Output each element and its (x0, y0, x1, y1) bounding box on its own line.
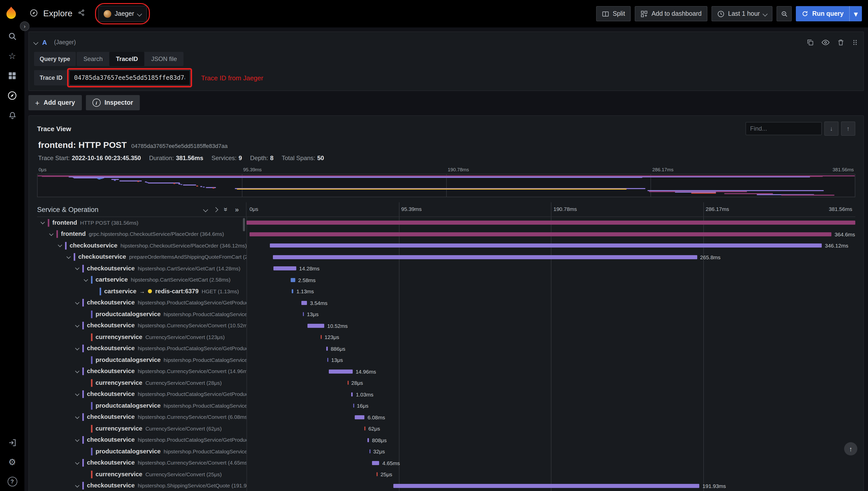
time-zoom-out-button[interactable] (777, 6, 792, 21)
drag-handle-icon[interactable] (852, 39, 858, 46)
query-type-traceid[interactable]: TraceID (109, 52, 145, 66)
inspector-button[interactable]: i Inspector (86, 95, 140, 110)
trace-minimap[interactable] (37, 174, 855, 197)
span-row[interactable]: currencyserviceCurrencyService/Convert (… (37, 331, 855, 343)
span-row[interactable]: cartservice→redis-cart:6379HGET (1.13ms)… (37, 286, 855, 297)
span-row[interactable]: checkoutservicehipstershop.ShippingServi… (37, 480, 855, 491)
span-bar[interactable] (292, 289, 293, 293)
span-toggle-icon[interactable] (76, 462, 82, 464)
search-icon[interactable] (7, 30, 18, 42)
span-bar[interactable] (326, 346, 328, 350)
run-query-dropdown[interactable]: ▾ (849, 6, 862, 21)
time-range-picker[interactable]: Last 1 hour (711, 6, 773, 21)
span-toggle-icon[interactable] (76, 371, 82, 373)
span-toggle-icon[interactable] (76, 485, 82, 487)
sidebar-expand-button[interactable]: › (20, 21, 29, 31)
span-row[interactable]: checkoutservicehipstershop.ProductCatalo… (37, 297, 855, 309)
span-row[interactable]: checkoutservicehipstershop.CheckoutServi… (37, 240, 855, 251)
settings-gear-icon[interactable]: ⚙ (7, 457, 18, 468)
span-bar[interactable] (368, 438, 369, 442)
span-row[interactable]: productcatalogservicehipstershop.Product… (37, 309, 855, 320)
span-bar[interactable] (369, 449, 370, 453)
span-bar[interactable] (353, 404, 354, 408)
span-bar[interactable] (291, 278, 295, 282)
span-row[interactable]: checkoutservicehipstershop.ProductCatalo… (37, 343, 855, 354)
span-row[interactable]: currencyserviceCurrencyService/Convert (… (37, 377, 855, 388)
span-bar[interactable] (365, 427, 366, 431)
alerting-bell-icon[interactable] (7, 110, 18, 121)
span-toggle-icon[interactable] (76, 268, 82, 270)
span-row[interactable]: checkoutserviceprepareOrderItemsAndShipp… (37, 251, 855, 263)
datasource-picker[interactable]: Jaeger (98, 6, 147, 22)
span-toggle-icon[interactable] (67, 256, 74, 258)
span-bar[interactable] (348, 381, 349, 385)
hide-response-eye-icon[interactable] (821, 38, 830, 47)
span-bar[interactable] (273, 255, 697, 259)
span-toggle-icon[interactable] (76, 302, 82, 304)
span-row[interactable]: productcatalogservicehipstershop.Product… (37, 446, 855, 457)
span-row[interactable]: frontendgrpc.hipstershop.CheckoutService… (37, 229, 855, 240)
span-bar[interactable] (301, 301, 307, 305)
span-bar[interactable] (273, 266, 296, 270)
copy-query-icon[interactable] (807, 38, 814, 46)
span-bar[interactable] (329, 369, 353, 373)
span-row[interactable]: checkoutservicehipstershop.CartService/G… (37, 263, 855, 274)
span-bar[interactable] (307, 323, 324, 327)
span-bar[interactable] (246, 221, 855, 225)
span-bar[interactable] (249, 232, 832, 236)
span-bar[interactable] (321, 335, 322, 339)
span-row[interactable]: checkoutservicehipstershop.ProductCatalo… (37, 388, 855, 400)
explore-icon[interactable] (7, 90, 18, 101)
scrollbar-thumb[interactable] (243, 218, 245, 231)
expand-one-icon[interactable] (213, 207, 218, 212)
span-row[interactable]: productcatalogservicehipstershop.Product… (37, 400, 855, 411)
add-query-button[interactable]: + Add query (28, 95, 82, 110)
span-toggle-icon[interactable] (76, 325, 82, 327)
share-icon[interactable] (78, 9, 85, 18)
span-row[interactable]: frontendHTTP POST (381.56ms) (37, 217, 855, 229)
span-toggle-icon[interactable] (76, 439, 82, 441)
collapse-one-icon[interactable] (203, 207, 208, 212)
span-bar[interactable] (351, 392, 353, 396)
span-bar[interactable] (372, 461, 379, 465)
sign-in-icon[interactable] (7, 437, 18, 448)
run-query-button[interactable]: Run query ▾ (796, 6, 862, 21)
dashboards-icon[interactable] (7, 70, 18, 81)
query-type-jsonfile[interactable]: JSON file (145, 52, 183, 66)
span-bar[interactable] (377, 472, 378, 476)
span-bar[interactable] (393, 484, 699, 488)
grafana-logo-icon[interactable] (4, 6, 18, 20)
span-toggle-icon[interactable] (41, 222, 48, 224)
span-row[interactable]: checkoutservicehipstershop.CurrencyServi… (37, 411, 855, 423)
span-toggle-icon[interactable] (76, 416, 82, 418)
span-row[interactable]: currencyserviceCurrencyService/Convert (… (37, 469, 855, 480)
span-row[interactable]: checkoutservicehipstershop.CurrencyServi… (37, 457, 855, 469)
span-toggle-icon[interactable] (58, 245, 65, 247)
add-to-dashboard-button[interactable]: Add to dashboard (635, 6, 707, 21)
span-toggle-icon[interactable] (76, 394, 82, 396)
span-row[interactable]: checkoutservicehipstershop.ProductCatalo… (37, 434, 855, 446)
span-bar[interactable] (355, 415, 364, 419)
query-collapse-icon[interactable] (33, 40, 38, 45)
find-input[interactable] (746, 122, 822, 135)
span-toggle-icon[interactable] (84, 279, 91, 281)
scroll-to-top-button[interactable]: ↑ (844, 442, 857, 455)
starred-icon[interactable]: ☆ (7, 50, 18, 61)
span-row[interactable]: cartservicehipstershop.CartService/GetCa… (37, 274, 855, 286)
find-prev-button[interactable]: ↑ (841, 121, 855, 136)
split-button[interactable]: Split (596, 6, 631, 21)
collapse-all-icon[interactable]: » (223, 207, 230, 211)
span-bar[interactable] (270, 243, 822, 248)
span-row[interactable]: checkoutservicehipstershop.CurrencyServi… (37, 366, 855, 377)
query-type-search[interactable]: Search (77, 52, 109, 66)
span-row[interactable]: productcatalogservicehipstershop.Product… (37, 354, 855, 366)
span-bar[interactable] (328, 358, 329, 362)
span-toggle-icon[interactable] (50, 233, 56, 235)
trace-id-input[interactable] (69, 70, 190, 85)
help-icon[interactable]: ? (7, 476, 18, 487)
span-bar[interactable] (303, 312, 304, 316)
span-toggle-icon[interactable] (76, 348, 82, 350)
remove-query-trash-icon[interactable] (837, 38, 845, 46)
expand-all-icon[interactable]: » (235, 206, 239, 213)
find-next-button[interactable]: ↓ (824, 121, 839, 136)
